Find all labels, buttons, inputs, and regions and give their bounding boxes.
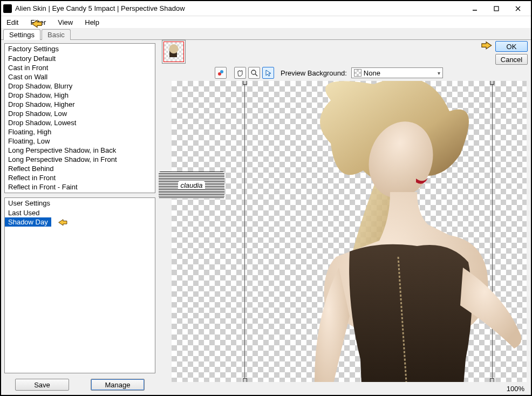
svg-point-6 [251,70,256,74]
user-header: User Settings [5,198,155,208]
list-item[interactable]: Floating, Low [5,136,155,146]
resize-handle[interactable] [243,378,247,382]
settings-button-row: Save Manage [4,378,155,392]
preview-panel: OK Cancel [159,40,531,395]
tab-settings[interactable]: Settings [3,29,40,40]
color-picker-tool[interactable] [215,67,227,79]
svg-point-5 [220,70,223,73]
cancel-button[interactable]: Cancel [495,54,528,65]
window-title: Alien Skin | Eye Candy 5 Impact | Perspe… [15,4,464,12]
list-item[interactable]: Drop Shadow, Lowest [5,118,155,127]
list-item-selected[interactable]: Shadow Day [5,217,51,227]
chevron-down-icon: ▾ [438,70,440,76]
subject-image [255,81,525,382]
factory-header: Factory Settings [5,44,155,54]
pointer-tool[interactable] [262,67,274,79]
list-item[interactable]: Last Used [5,208,155,217]
hand-icon [236,69,244,77]
close-button[interactable] [507,2,529,15]
resize-handle[interactable] [243,81,247,85]
save-button[interactable]: Save [15,379,69,391]
preview-toolbar: Preview Background: None ▾ [215,67,443,79]
svg-rect-1 [494,6,499,11]
svg-line-7 [255,74,257,76]
zoom-tool[interactable] [248,67,260,79]
preview-thumbnail[interactable] [162,40,186,64]
list-item[interactable]: Reflect in Front [5,173,155,182]
zoom-level: 100% [507,385,524,393]
dialog-buttons: OK Cancel [495,41,528,65]
preview-background-select[interactable]: None ▾ [351,67,443,78]
preview-background-value: None [364,69,380,77]
preview-background-label: Preview Background: [281,69,347,77]
minimize-icon [472,5,478,12]
menu-edit[interactable]: Edit [4,18,21,27]
tab-basic[interactable]: Basic [42,29,71,40]
pointer-icon [56,218,70,228]
list-item[interactable]: Drop Shadow, Blurry [5,81,155,91]
tab-row: Settings Basic [1,28,531,40]
list-item[interactable]: Floating, High [5,127,155,136]
list-item[interactable]: Drop Shadow, Higher [5,100,155,109]
minimize-button[interactable] [464,2,486,15]
menu-filter[interactable]: Filter [28,18,48,27]
eyedropper-icon [217,69,224,77]
maximize-icon [493,5,500,12]
dialog-body: Factory Settings Factory Default Cast in… [1,40,531,395]
hand-tool[interactable] [234,67,246,79]
list-item[interactable]: Long Perspective Shadow, in Back [5,146,155,155]
maximize-button[interactable] [486,2,507,15]
manage-button[interactable]: Manage [91,379,145,391]
transparency-swatch-icon [354,69,362,77]
window-controls [464,2,529,15]
preview-canvas[interactable] [172,81,527,382]
list-item[interactable]: Cast in Front [5,63,155,72]
title-bar: Alien Skin | Eye Candy 5 Impact | Perspe… [1,1,531,16]
list-item[interactable]: Cast on Wall [5,72,155,81]
factory-settings-list[interactable]: Factory Settings Factory Default Cast in… [4,43,155,193]
close-icon [515,5,521,12]
list-item[interactable]: Factory Default [5,54,155,63]
menu-help[interactable]: Help [83,18,101,27]
list-item[interactable]: Reflect in Front - Faint [5,182,155,192]
app-icon [3,4,12,13]
list-item[interactable]: Drop Shadow, High [5,91,155,100]
list-item[interactable]: Long Perspective Shadow, in Front [5,155,155,164]
user-settings-list[interactable]: User Settings Last Used Shadow Day [4,197,155,373]
menu-view[interactable]: View [56,18,75,27]
settings-panel: Factory Settings Factory Default Cast in… [1,40,159,395]
magnifier-icon [250,69,258,77]
dialog-window: Alien Skin | Eye Candy 5 Impact | Perspe… [0,0,532,396]
list-item[interactable]: Reflect Behind [5,164,155,173]
pointer-icon [479,40,493,52]
list-item[interactable]: Drop Shadow, Low [5,109,155,118]
ok-button[interactable]: OK [495,41,528,52]
menu-bar: Edit Filter View Help [1,16,531,28]
arrow-cursor-icon [264,69,272,77]
